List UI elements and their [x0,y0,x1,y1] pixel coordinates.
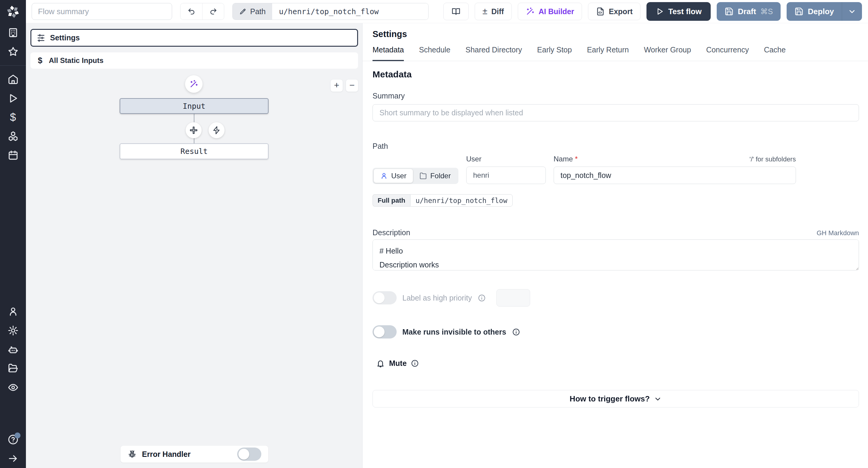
user-field-col: User [466,155,546,184]
tab-early-stop[interactable]: Early Stop [537,45,572,61]
input-node[interactable]: Input [120,98,269,114]
windmill-logo-icon [6,5,20,19]
deploy-label: Deploy [808,7,834,16]
invisible-runs-toggle[interactable] [373,325,397,338]
path-button[interactable]: Path u/henri/top_notch_flow [232,3,429,20]
export-button[interactable]: Export [588,3,641,20]
deploy-button[interactable]: Deploy [786,2,842,21]
flow-summary-input[interactable] [32,3,172,20]
sidebar-item-settings[interactable] [0,321,26,340]
topbar: Path u/henri/top_notch_flow ± Diff AI Bu… [26,0,868,23]
sidebar-item-schedules[interactable] [0,146,26,165]
draft-main: Draft ⌘S [717,2,781,21]
undo-icon [187,7,195,16]
arrow-right-icon [7,453,19,464]
draft-button[interactable]: Draft ⌘S [717,2,781,21]
home-icon [7,74,19,85]
invisible-runs-row: Make runs invisible to others [373,325,859,338]
summary-label: Summary [373,92,859,100]
owner-kind-segmented: User Folder [373,168,458,184]
tab-schedule[interactable]: Schedule [419,45,450,61]
play-icon [7,93,19,104]
sidebar-item-resources[interactable] [0,127,26,146]
windmill-logo[interactable] [0,0,26,23]
sidebar-item-workers[interactable] [0,340,26,359]
diff-button-label: Diff [491,7,504,16]
sidebar-item-workspace[interactable] [0,23,26,42]
collapse-sidebar-button[interactable] [0,449,26,468]
sidebar-item-variables[interactable]: $ [0,108,26,127]
settings-tabs: Metadata Schedule Shared Directory Early… [373,45,859,61]
high-priority-row: Label as high priority [373,289,859,307]
sidebar-item-folders[interactable] [0,359,26,378]
ai-flow-builder-button[interactable] [185,75,203,93]
high-priority-label: Label as high priority [402,294,472,302]
play-icon [655,7,664,16]
mute-row[interactable]: Mute [373,359,859,368]
deploy-button-group: Deploy [786,2,862,21]
zap-icon [212,126,221,135]
tab-early-return[interactable]: Early Return [587,45,629,61]
summary-input[interactable] [373,104,859,121]
dollar-icon: $ [36,56,44,65]
docs-button[interactable] [443,3,469,20]
bot-icon [7,344,19,355]
tab-worker-group[interactable]: Worker Group [644,45,691,61]
flow-settings-card[interactable]: Settings [30,29,358,47]
flow-name-input[interactable] [554,167,796,184]
add-step-button[interactable] [186,122,202,138]
test-flow-button[interactable]: Test flow [647,2,711,21]
save-icon [724,7,734,16]
result-node[interactable]: Result [120,143,269,159]
tab-metadata[interactable]: Metadata [373,45,404,61]
name-label-row: Name * '/' for subfolders [554,155,796,163]
sidebar-item-audit-logs[interactable] [0,378,26,397]
wand-sparkles-icon [526,7,535,16]
tab-concurrency[interactable]: Concurrency [706,45,749,61]
zoom-in-button[interactable]: + [330,79,343,92]
wand-sparkles-icon [189,79,198,89]
info-icon [478,294,486,302]
folder-icon [419,172,427,180]
dollar-icon: $ [10,112,16,123]
description-textarea[interactable]: # Hello Description works [373,239,859,270]
notification-dot [14,432,21,438]
high-priority-toggle[interactable] [373,291,397,304]
user-field-label: User [466,155,546,163]
path-row: User Folder User [373,155,859,184]
owner-kind-user[interactable]: User [374,169,413,183]
owner-kind-folder[interactable]: Folder [413,169,457,183]
priority-value-input [496,289,530,307]
topbar-actions: ± Diff AI Builder Export Test flow [443,2,862,21]
zoom-out-button[interactable]: − [346,79,358,92]
error-handler-card[interactable]: Error Handler [121,446,268,463]
path-edit-segment[interactable]: Path [233,3,272,20]
sliders-icon [36,33,45,42]
sidebar-item-users[interactable] [0,302,26,321]
add-trigger-button[interactable] [209,122,224,138]
undo-button[interactable] [181,3,202,20]
flow-settings-label: Settings [50,33,80,42]
ai-builder-button[interactable]: AI Builder [518,3,582,20]
tab-cache[interactable]: Cache [764,45,786,61]
how-to-trigger-flows-button[interactable]: How to trigger flows? [373,390,859,407]
deploy-options-button[interactable] [842,2,862,21]
owner-kind-folder-label: Folder [430,172,451,180]
gear-icon [7,325,19,336]
sidebar-item-home[interactable] [0,70,26,89]
boxes-icon [7,131,19,142]
user-input[interactable] [466,167,546,184]
sidebar-item-favorites[interactable] [0,42,26,61]
sidebar-item-runs[interactable] [0,89,26,108]
all-static-inputs-card[interactable]: $ All Static Inputs [30,53,358,69]
required-asterisk: * [575,155,578,163]
settings-panel-header: Settings Metadata Schedule Shared Direct… [363,23,868,61]
redo-button[interactable] [202,3,224,20]
diff-button[interactable]: ± Diff [475,3,512,20]
help-button[interactable] [0,430,26,449]
tab-shared-directory[interactable]: Shared Directory [466,45,522,61]
file-code-icon [596,7,605,16]
error-handler-toggle[interactable] [237,447,261,461]
description-header: Description GH Markdown [373,228,859,237]
full-path-label: Full path [373,194,410,207]
